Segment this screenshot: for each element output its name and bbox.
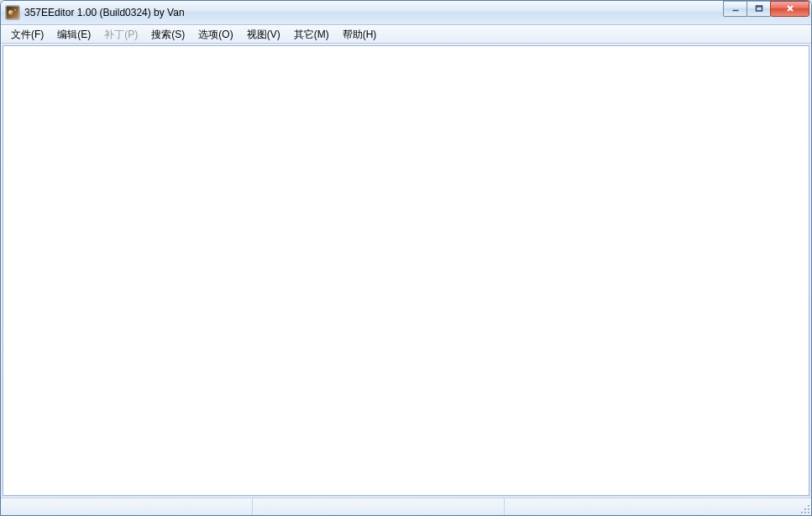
window-title: 357EEditor 1.00 (Build0324) by Van (24, 7, 723, 18)
menubar: 文件(F) 编辑(E) 补丁(P) 搜索(S) 选项(O) 视图(V) 其它(M… (1, 25, 811, 44)
minimize-icon (731, 4, 741, 13)
application-window: 357EEditor 1.00 (Build0324) by Van (0, 0, 812, 516)
menu-options[interactable]: 选项(O) (191, 26, 239, 43)
menu-search[interactable]: 搜索(S) (144, 26, 191, 43)
close-icon (784, 4, 796, 13)
menu-edit[interactable]: 编辑(E) (50, 26, 97, 43)
caption-buttons (723, 1, 809, 24)
menu-file[interactable]: 文件(F) (4, 26, 50, 43)
maximize-icon (754, 4, 764, 13)
menu-patch: 补丁(P) (97, 26, 144, 43)
maximize-button[interactable] (747, 1, 771, 17)
menu-view[interactable]: 视图(V) (240, 26, 287, 43)
client-area-frame (1, 44, 811, 498)
menu-help[interactable]: 帮助(H) (336, 26, 384, 43)
close-button[interactable] (770, 1, 809, 17)
titlebar[interactable]: 357EEditor 1.00 (Build0324) by Van (1, 1, 811, 25)
size-grip-icon[interactable] (798, 502, 809, 513)
minimize-button[interactable] (723, 1, 747, 17)
statusbar (1, 498, 811, 515)
status-pane-3 (505, 498, 811, 515)
menu-misc[interactable]: 其它(M) (287, 26, 336, 43)
app-icon (6, 6, 19, 19)
editor-client-area[interactable] (3, 45, 809, 496)
status-pane-1 (1, 498, 253, 515)
status-pane-2 (253, 498, 505, 515)
